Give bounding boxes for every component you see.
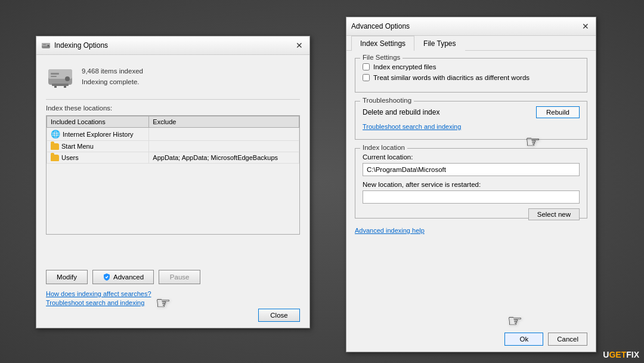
location-name: Start Menu	[61, 143, 94, 150]
advanced-indexing-help-link[interactable]: Advanced indexing help	[355, 227, 587, 234]
close-button[interactable]: Close	[258, 309, 300, 322]
new-location-label: New location, after service is restarted…	[363, 181, 580, 188]
delete-rebuild-row: Delete and rebuild index Rebuild	[363, 106, 580, 118]
indexing-title-icon	[41, 41, 51, 50]
index-locations-label: Index these locations:	[46, 104, 300, 112]
table-row[interactable]: Users AppData; AppData; MicrosoftEdgeBac…	[47, 152, 299, 164]
select-new-button[interactable]: Select new	[528, 208, 580, 220]
table-row[interactable]: 🌐 Internet Explorer History	[47, 128, 299, 141]
index-encrypted-label: Index encrypted files	[373, 63, 436, 70]
cursor-hand-ok: ☞	[507, 311, 522, 331]
new-location-input[interactable]	[363, 190, 580, 204]
index-encrypted-checkbox[interactable]	[363, 63, 370, 70]
troubleshooting-group: Troubleshooting Delete and rebuild index…	[355, 101, 587, 140]
checkbox-index-encrypted[interactable]: Index encrypted files	[363, 63, 580, 70]
advanced-button[interactable]: Advanced	[92, 270, 154, 284]
folder-icon	[51, 143, 59, 150]
tab-file-types[interactable]: File Types	[414, 36, 465, 51]
file-settings-group: File Settings Index encrypted files Trea…	[355, 58, 587, 93]
tabs-row: Index Settings File Types	[346, 36, 596, 51]
items-indexed-count: 9,468 items indexed	[82, 66, 143, 76]
indexing-title-bar: Indexing Options ✕	[36, 36, 309, 55]
troubleshooting-title: Troubleshooting	[360, 97, 414, 104]
location-name: Users	[61, 154, 79, 161]
exclude-value: AppData; AppData; MicrosoftEdgeBackups	[149, 152, 299, 164]
indexing-status-msg: Indexing complete.	[82, 76, 143, 87]
svg-rect-3	[43, 44, 46, 45]
locations-table-container[interactable]: Included Locations Exclude 🌐 Internet Ex…	[46, 115, 300, 235]
shield-icon	[103, 273, 111, 281]
index-location-group: Index location Current location: New loc…	[355, 148, 587, 219]
exclude-value	[149, 128, 299, 141]
current-location-input[interactable]	[363, 163, 580, 176]
modify-button[interactable]: Modify	[46, 270, 88, 284]
ie-icon: 🌐	[51, 130, 60, 139]
diacritics-label: Treat similar words with diacritics as d…	[373, 74, 530, 81]
col-included-locations: Included Locations	[47, 116, 149, 128]
rebuild-button[interactable]: Rebuild	[536, 106, 580, 118]
troubleshoot-search-link[interactable]: Troubleshoot search and indexing	[363, 123, 580, 130]
svg-point-2	[48, 45, 49, 47]
exclude-value	[149, 141, 299, 152]
indexing-options-window: Indexing Options ✕ 9,468 items indexed I…	[36, 36, 310, 328]
col-exclude: Exclude	[149, 116, 299, 128]
indexing-close-button[interactable]: ✕	[294, 40, 305, 51]
svg-rect-9	[52, 84, 69, 86]
advanced-window-title: Advanced Options	[351, 22, 410, 30]
ok-button[interactable]: Ok	[504, 333, 543, 346]
current-location-label: Current location:	[363, 153, 580, 161]
svg-point-6	[65, 76, 70, 81]
file-settings-title: File Settings	[360, 54, 402, 61]
folder-icon	[51, 155, 59, 161]
watermark: UGETFIX	[603, 350, 639, 359]
svg-rect-10	[54, 86, 57, 88]
pause-button[interactable]: Pause	[159, 270, 200, 284]
advanced-close-button[interactable]: ✕	[580, 21, 591, 32]
diacritics-checkbox[interactable]	[363, 74, 370, 81]
svg-rect-11	[64, 86, 66, 88]
how-indexing-affects-link[interactable]: How does indexing affect searches?	[46, 290, 300, 297]
checkbox-diacritics[interactable]: Treat similar words with diacritics as d…	[363, 74, 580, 81]
tab-index-settings[interactable]: Index Settings	[351, 36, 414, 51]
table-row[interactable]: Start Menu	[47, 141, 299, 152]
locations-table: Included Locations Exclude 🌐 Internet Ex…	[47, 116, 299, 164]
location-name: Internet Explorer History	[63, 131, 134, 138]
troubleshoot-indexing-link[interactable]: Troubleshoot search and indexing	[46, 299, 300, 306]
advanced-options-window: Advanced Options ✕ Index Settings File T…	[346, 17, 596, 352]
svg-rect-8	[51, 76, 57, 77]
cancel-button[interactable]: Cancel	[548, 333, 587, 346]
advanced-title-bar: Advanced Options ✕	[346, 17, 596, 36]
svg-rect-7	[51, 73, 59, 75]
index-location-title: Index location	[360, 144, 407, 151]
hdd-icon	[46, 62, 75, 91]
delete-rebuild-label: Delete and rebuild index	[363, 108, 439, 116]
indexing-window-title: Indexing Options	[54, 41, 108, 50]
